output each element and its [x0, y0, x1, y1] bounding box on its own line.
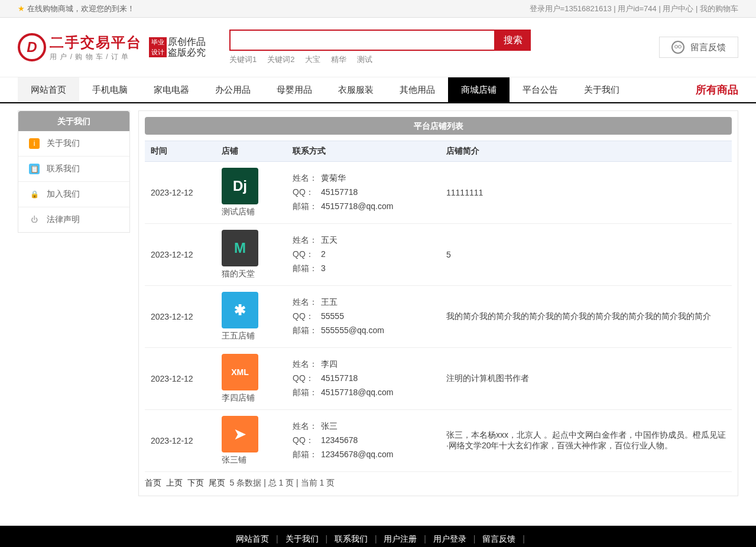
logo-badges: 毕业 设计 原创作品 盗版必究: [149, 37, 206, 57]
shop-name-link[interactable]: 李四店铺: [222, 393, 255, 403]
table-header: 店铺: [216, 141, 287, 162]
table-header: 联系方式: [287, 141, 440, 162]
sidebar-item[interactable]: i关于我们: [18, 131, 129, 156]
nav-item[interactable]: 平台公告: [510, 77, 571, 102]
sidebar: 关于我们 i关于我们📋联系我们🔒加入我们⏻法律声明: [18, 110, 130, 233]
cell-time: 2023-12-12: [145, 286, 216, 348]
cell-intro: 我的简介我的简介我的简介我的简介我的简介我的简介我的简介我的简介: [440, 286, 732, 348]
shop-thumb-icon[interactable]: ➤: [222, 416, 258, 452]
sidebar-title: 关于我们: [18, 111, 129, 131]
keyword-link[interactable]: 关键词2: [267, 55, 294, 64]
cell-time: 2023-12-12: [145, 162, 216, 224]
nav-item[interactable]: 家电电器: [141, 77, 202, 102]
footer-nav: 网站首页 | 关于我们 | 联系我们 | 用户注册 | 用户登录 | 留言反馈 …: [0, 526, 756, 547]
shop-thumb-icon[interactable]: ✱: [222, 292, 258, 328]
cell-contact: 姓名：五天QQ：2邮箱：3: [287, 224, 440, 286]
footer-nav-link[interactable]: 用户登录: [433, 534, 466, 543]
footer-nav-link[interactable]: 关于我们: [285, 534, 319, 543]
table-row: 2023-12-12➤张三铺姓名：张三QQ：12345678邮箱：1234567…: [145, 410, 732, 472]
cell-shop: ➤张三铺: [216, 410, 287, 472]
pager-prev[interactable]: 上页: [166, 478, 183, 487]
logo-title: 二手交易平台: [50, 33, 142, 52]
sidebar-item[interactable]: 📋联系我们: [18, 156, 129, 181]
cell-contact: 姓名：张三QQ：12345678邮箱：12345678@qq.com: [287, 410, 440, 472]
headset-icon: [671, 41, 684, 54]
cell-intro: 11111111: [440, 162, 732, 224]
logo[interactable]: D 二手交易平台 用 户 / 购 物 车 / 订 单 毕业 设计 原创作品 盗版…: [18, 33, 206, 62]
keyword-link[interactable]: 精华: [331, 55, 346, 64]
shop-name-link[interactable]: 张三铺: [222, 455, 246, 465]
nav-item[interactable]: 母婴用品: [264, 77, 325, 102]
pager-first[interactable]: 首页: [145, 478, 161, 487]
search-keywords: 关键词1关键词2大宝精华测试: [229, 54, 531, 65]
keyword-link[interactable]: 关键词1: [229, 55, 257, 64]
shop-table: 时间店铺联系方式店铺简介 2023-12-12Dj测试店铺姓名：黄菊华QQ：45…: [145, 141, 732, 472]
nav-item[interactable]: 其他用品: [387, 77, 448, 102]
main-area: 关于我们 i关于我们📋联系我们🔒加入我们⏻法律声明 平台店铺列表 时间店铺联系方…: [0, 103, 756, 514]
top-bar: ★在线购物商城，欢迎您的到来！ 登录用户=13516821613 | 用户id=…: [0, 0, 756, 18]
table-row: 2023-12-12M猫的天堂姓名：五天QQ：2邮箱：35: [145, 224, 732, 286]
table-row: 2023-12-12✱王五店铺姓名：王五QQ：55555邮箱：555555@qq…: [145, 286, 732, 348]
nav-item[interactable]: 办公用品: [202, 77, 264, 102]
shop-thumb-icon[interactable]: M: [222, 230, 258, 266]
cell-contact: 姓名：王五QQ：55555邮箱：555555@qq.com: [287, 286, 440, 348]
footer-nav-link[interactable]: 用户注册: [384, 534, 417, 543]
shop-name-link[interactable]: 猫的天堂: [222, 269, 255, 279]
logo-icon: D: [18, 33, 46, 61]
table-row: 2023-12-12XML李四店铺姓名：李四QQ：45157718邮箱：4515…: [145, 348, 732, 410]
power-icon: ⏻: [29, 214, 40, 225]
pager-next[interactable]: 下页: [187, 478, 204, 487]
footer-nav-link[interactable]: 联系我们: [335, 534, 368, 543]
logo-subtitle: 用 户 / 购 物 车 / 订 单: [50, 52, 142, 62]
cell-time: 2023-12-12: [145, 410, 216, 472]
sidebar-item-label: 联系我们: [47, 164, 80, 174]
cell-intro: 5: [440, 224, 732, 286]
cell-intro: 注明的计算机图书作者: [440, 348, 732, 410]
cell-intro: 张三，本名杨xxx，北京人 。起点中文网白金作者，中国作协成员。橙瓜见证·网络文…: [440, 410, 732, 472]
pager-summary: 5 条数据 | 总 1 页 | 当前 1 页: [230, 478, 335, 487]
nav-item[interactable]: 关于我们: [571, 77, 632, 102]
welcome-text: ★在线购物商城，欢迎您的到来！: [18, 0, 135, 17]
panel-title: 平台店铺列表: [145, 117, 732, 135]
table-header: 时间: [145, 141, 216, 162]
search-block: 搜索 关键词1关键词2大宝精华测试: [229, 30, 531, 65]
sidebar-item-label: 法律声明: [47, 214, 80, 225]
sidebar-item[interactable]: 🔒加入我们: [18, 181, 129, 207]
pager: 首页 上页 下页 尾页 5 条数据 | 总 1 页 | 当前 1 页: [145, 472, 732, 490]
sidebar-item[interactable]: ⏻法律声明: [18, 207, 129, 232]
login-user: 登录用户=13516821613: [530, 4, 612, 13]
cell-time: 2023-12-12: [145, 224, 216, 286]
shop-thumb-icon[interactable]: XML: [222, 354, 258, 390]
feedback-button[interactable]: 留言反馈: [659, 37, 738, 58]
shop-name-link[interactable]: 测试店铺: [222, 207, 255, 217]
nav-all-products[interactable]: 所有商品: [696, 77, 738, 102]
shop-name-link[interactable]: 王五店铺: [222, 331, 255, 341]
search-input[interactable]: [229, 30, 495, 51]
keyword-link[interactable]: 大宝: [305, 55, 320, 64]
content-panel: 平台店铺列表 时间店铺联系方式店铺简介 2023-12-12Dj测试店铺姓名：黄…: [138, 110, 738, 496]
search-button[interactable]: 搜索: [495, 30, 531, 51]
cell-shop: XML李四店铺: [216, 348, 287, 410]
user-id: 用户id=744: [618, 4, 656, 13]
user-center-link[interactable]: 用户中心: [663, 4, 693, 13]
cell-shop: ✱王五店铺: [216, 286, 287, 348]
my-cart-link[interactable]: 我的购物车: [700, 4, 738, 13]
info-icon: i: [29, 138, 40, 149]
nav-item[interactable]: 商城店铺: [448, 77, 510, 102]
shop-thumb-icon[interactable]: Dj: [222, 168, 258, 204]
nav-item[interactable]: 手机电脑: [79, 77, 141, 102]
pager-last[interactable]: 尾页: [209, 478, 225, 487]
nav-item[interactable]: 网站首页: [18, 77, 79, 102]
cell-contact: 姓名：黄菊华QQ：45157718邮箱：45157718@qq.com: [287, 162, 440, 224]
footer-nav-link[interactable]: 网站首页: [236, 534, 269, 543]
nav-item[interactable]: 衣服服装: [325, 77, 387, 102]
cell-contact: 姓名：李四QQ：45157718邮箱：45157718@qq.com: [287, 348, 440, 410]
cell-time: 2023-12-12: [145, 348, 216, 410]
keyword-link[interactable]: 测试: [357, 55, 372, 64]
table-row: 2023-12-12Dj测试店铺姓名：黄菊华QQ：45157718邮箱：4515…: [145, 162, 732, 224]
cell-shop: M猫的天堂: [216, 224, 287, 286]
cell-shop: Dj测试店铺: [216, 162, 287, 224]
footer-nav-link[interactable]: 留言反馈: [482, 534, 515, 543]
lock-icon: 🔒: [29, 189, 40, 200]
sidebar-item-label: 加入我们: [47, 189, 80, 200]
